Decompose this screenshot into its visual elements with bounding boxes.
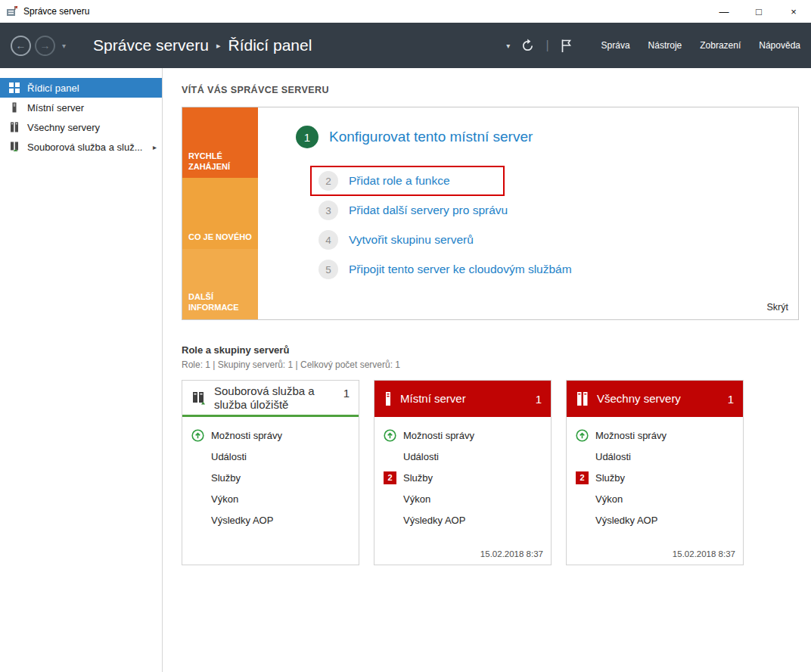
sidebar-item-file-storage-services[interactable]: Souborová služba a služ... ▸ bbox=[0, 137, 162, 157]
close-button[interactable]: × bbox=[776, 0, 811, 23]
breadcrumb-root[interactable]: Správce serveru bbox=[93, 36, 209, 54]
menu-nastroje[interactable]: Nástroje bbox=[648, 40, 682, 51]
services-link[interactable]: Služby bbox=[595, 472, 625, 484]
step-create-server-group: 4 Vytvořit skupinu serverů bbox=[318, 230, 798, 250]
events-link[interactable]: Události bbox=[403, 451, 439, 462]
card-title[interactable]: Souborová služba a služba úložiště bbox=[214, 384, 336, 412]
card-body: Možnosti správy Události Služby Výk bbox=[182, 417, 359, 565]
sidebar: Řídicí panel Místní server bbox=[0, 68, 163, 672]
card-row-services: 2 Služby bbox=[574, 467, 735, 488]
performance-link[interactable]: Výkon bbox=[211, 493, 238, 505]
card-count: 1 bbox=[343, 387, 350, 400]
manageability-link[interactable]: Možnosti správy bbox=[211, 430, 282, 441]
manageability-link[interactable]: Možnosti správy bbox=[403, 430, 474, 441]
sidebar-item-local-server[interactable]: Místní server bbox=[0, 98, 162, 117]
step-add-other-servers: 3 Přidat další servery pro správu bbox=[318, 201, 798, 220]
tile-quick-start[interactable]: RYCHLÉ ZAHÁJENÍ bbox=[182, 107, 258, 178]
breadcrumb: Správce serveru ▸ Řídicí panel bbox=[93, 36, 312, 54]
card-row-manageability: Možnosti správy bbox=[382, 425, 543, 446]
sidebar-item-label: Řídicí panel bbox=[27, 82, 79, 94]
performance-link[interactable]: Výkon bbox=[595, 493, 623, 505]
main-content: VÍTÁ VÁS SPRÁVCE SERVERU RYCHLÉ ZAHÁJENÍ… bbox=[163, 68, 811, 672]
sidebar-item-label: Místní server bbox=[27, 102, 84, 114]
card-body: Možnosti správy Události 2 Služby Vý bbox=[374, 417, 551, 565]
step-number-badge: 2 bbox=[318, 171, 338, 191]
services-link[interactable]: Služby bbox=[403, 472, 433, 484]
menu-sprava[interactable]: Správa bbox=[601, 40, 630, 51]
manageability-up-icon bbox=[190, 429, 211, 442]
toolbar-divider: | bbox=[545, 39, 548, 52]
dashboard-grid-icon bbox=[8, 82, 20, 93]
services-link[interactable]: Služby bbox=[211, 472, 241, 484]
role-cards: Souborová služba a služba úložiště 1 bbox=[182, 380, 799, 565]
titlebar: Správce serveru — □ × bbox=[0, 0, 811, 23]
quick-start-steps: 1 Konfigurovat tento místní server 2 Při… bbox=[258, 107, 798, 319]
forward-arrow-icon: → bbox=[40, 39, 51, 51]
history-dropdown-icon[interactable]: ▾ bbox=[62, 42, 66, 50]
card-row-bpa-results: Výsledky AOP bbox=[574, 509, 735, 530]
bpa-results-link[interactable]: Výsledky AOP bbox=[211, 515, 273, 526]
file-service-icon bbox=[8, 142, 20, 152]
create-server-group-link[interactable]: Vytvořit skupinu serverů bbox=[349, 233, 474, 247]
manageability-link[interactable]: Možnosti správy bbox=[595, 430, 667, 441]
window-title: Správce serveru bbox=[23, 6, 89, 17]
notifications-flag-icon[interactable] bbox=[560, 39, 573, 53]
step-number-badge: 3 bbox=[318, 201, 338, 220]
forward-button[interactable]: → bbox=[35, 36, 55, 56]
menu-zobrazeni[interactable]: Zobrazení bbox=[700, 40, 741, 51]
connect-cloud-services-link[interactable]: Připojit tento server ke cloudovým služb… bbox=[349, 263, 572, 276]
expand-chevron-icon[interactable]: ▸ bbox=[153, 143, 157, 151]
roles-section: Role a skupiny serverů Role: 1 | Skupiny… bbox=[182, 344, 799, 565]
tile-whats-new[interactable]: CO JE NOVÉHO bbox=[182, 178, 258, 248]
last-refresh-timestamp: 15.02.2018 8:37 bbox=[480, 549, 543, 558]
hide-link[interactable]: Skrýt bbox=[767, 302, 788, 313]
step-add-roles-features: 2 Přidat role a funkce bbox=[318, 166, 798, 196]
manageability-up-icon bbox=[382, 429, 403, 442]
card-row-events: Události bbox=[574, 446, 735, 467]
address-dropdown-icon[interactable]: ▾ bbox=[506, 42, 510, 50]
refresh-icon[interactable] bbox=[520, 39, 535, 53]
sidebar-item-dashboard[interactable]: Řídicí panel bbox=[0, 78, 162, 98]
card-row-performance: Výkon bbox=[382, 488, 543, 509]
performance-link[interactable]: Výkon bbox=[403, 493, 430, 505]
navbar-right: ▾ | Správa Nástroje Zobrazení Nápověda bbox=[506, 39, 811, 53]
file-service-icon bbox=[191, 391, 207, 405]
welcome-heading: VÍTÁ VÁS SPRÁVCE SERVERU bbox=[182, 85, 799, 95]
roles-summary: Role: 1 | Skupiny serverů: 1 | Celkový p… bbox=[182, 359, 799, 370]
tile-label: CO JE NOVÉHO bbox=[188, 232, 252, 243]
sidebar-item-label: Všechny servery bbox=[27, 122, 100, 133]
breadcrumb-current[interactable]: Řídicí panel bbox=[228, 36, 312, 54]
events-link[interactable]: Události bbox=[211, 451, 247, 462]
alert-count-badge[interactable]: 2 bbox=[576, 471, 589, 484]
alert-count-badge[interactable]: 2 bbox=[384, 471, 396, 484]
minimize-button[interactable]: — bbox=[707, 0, 741, 23]
step-number-badge: 4 bbox=[318, 230, 338, 250]
card-row-manageability: Možnosti správy bbox=[190, 425, 351, 446]
card-header: Všechny servery 1 bbox=[567, 381, 743, 417]
sidebar-item-all-servers[interactable]: Všechny servery bbox=[0, 117, 162, 137]
card-title[interactable]: Všechny servery bbox=[597, 392, 681, 406]
card-row-manageability: Možnosti správy bbox=[574, 425, 735, 446]
tile-label: DALŠÍ INFORMACE bbox=[188, 292, 252, 313]
local-server-icon bbox=[8, 102, 20, 113]
step-configure-local-server: 1 Konfigurovat tento místní server bbox=[296, 126, 798, 148]
bpa-results-link[interactable]: Výsledky AOP bbox=[403, 515, 465, 526]
tile-learn-more[interactable]: DALŠÍ INFORMACE bbox=[182, 249, 258, 319]
card-title[interactable]: Místní server bbox=[400, 392, 466, 406]
card-row-bpa-results: Výsledky AOP bbox=[382, 509, 543, 530]
welcome-tile-strip: RYCHLÉ ZAHÁJENÍ CO JE NOVÉHO DALŠÍ INFOR… bbox=[182, 107, 258, 319]
events-link[interactable]: Události bbox=[595, 451, 631, 462]
add-roles-features-link[interactable]: Přidat role a funkce bbox=[349, 174, 450, 188]
step-number-badge: 5 bbox=[318, 260, 338, 279]
all-servers-icon bbox=[576, 391, 589, 406]
maximize-button[interactable]: □ bbox=[741, 0, 776, 23]
menu-napoveda[interactable]: Nápověda bbox=[759, 40, 800, 51]
back-button[interactable]: ← bbox=[11, 36, 31, 56]
welcome-tile: RYCHLÉ ZAHÁJENÍ CO JE NOVÉHO DALŠÍ INFOR… bbox=[182, 107, 799, 320]
card-body: Možnosti správy Události 2 Služby Vý bbox=[567, 417, 743, 565]
bpa-results-link[interactable]: Výsledky AOP bbox=[595, 515, 657, 526]
add-other-servers-link[interactable]: Přidat další servery pro správu bbox=[349, 204, 508, 217]
configure-local-server-link[interactable]: Konfigurovat tento místní server bbox=[329, 129, 533, 145]
window-controls: — □ × bbox=[707, 0, 811, 23]
breadcrumb-separator-icon: ▸ bbox=[216, 41, 221, 51]
